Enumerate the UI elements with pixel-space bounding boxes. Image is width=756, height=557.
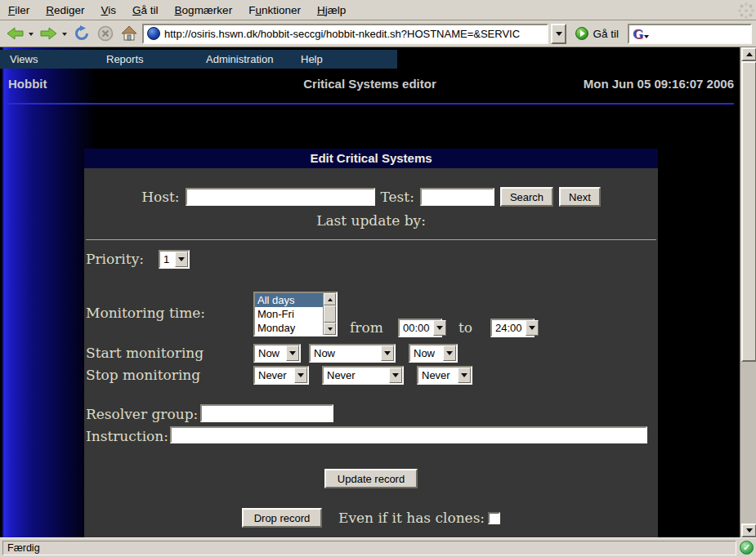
from-label: from [350,319,383,336]
chevron-down-icon[interactable] [458,368,471,383]
chevron-down-icon[interactable] [381,345,394,361]
stop-select-1[interactable]: Never [253,366,309,385]
site-navbar: Views Reports Administration Help [0,50,397,69]
from-time-select[interactable]: 00:00 [398,319,442,337]
stop-monitoring-label: Stop monitoring [86,367,200,383]
site-header: Critical Systems editor Hobbit Mon Jun 0… [0,77,740,93]
nav-administration[interactable]: Administration [206,53,273,65]
header-divider [7,103,734,105]
scroll-down-icon [746,528,753,536]
listbox-scroll-thumb[interactable] [324,305,336,323]
nav-views[interactable]: Views [10,53,38,65]
nav-reports[interactable]: Reports [106,53,144,65]
priority-select[interactable]: 1 [159,250,190,269]
vertical-scrollbar[interactable] [740,47,756,537]
priority-row: Priority: 1 [84,247,658,270]
form-title: Edit Critical Systems [84,149,658,168]
home-button[interactable] [119,23,140,45]
scroll-up-icon[interactable] [324,293,336,305]
chevron-down-icon[interactable] [175,252,188,267]
scroll-down-icon[interactable] [324,323,336,335]
stop-button[interactable] [95,23,116,45]
scroll-up-icon [746,49,753,56]
host-label: Host: [141,189,179,205]
forward-history-dropdown[interactable] [62,33,67,38]
status-message: Færdig [2,541,736,555]
menu-rediger[interactable]: Rediger [38,2,92,19]
chevron-down-icon[interactable] [286,345,299,361]
go-label: Gå til [593,28,619,40]
url-bar[interactable]: http://osiris.hswn.dk/hobbit-seccgi/hobb… [142,24,548,44]
chevron-down-icon [556,32,562,39]
back-button[interactable] [4,23,26,45]
update-row: Update record [84,469,658,488]
listbox-option-monday[interactable]: Monday [255,321,323,335]
drop-record-button[interactable]: Drop record [242,508,322,528]
chevron-down-icon[interactable] [526,320,539,336]
monitoring-time-listbox[interactable]: All days Mon-Fri Monday [253,292,338,336]
menu-funktioner[interactable]: Funktioner [240,2,309,19]
to-label: to [459,319,472,336]
listbox-scrollbar[interactable] [323,293,336,335]
resolver-group-input[interactable] [200,404,333,422]
monitoring-time-label: Monitoring time: [86,305,205,321]
menu-ga-til[interactable]: Gå til [124,2,167,19]
menu-hjaelp[interactable]: Hjælp [309,2,354,19]
chevron-down-icon[interactable] [433,320,446,336]
chevron-down-icon[interactable] [443,345,456,361]
navigation-toolbar: http://osiris.hswn.dk/hobbit-seccgi/hobb… [0,20,756,47]
resolver-group-row: Resolver group: [84,404,658,426]
reload-button[interactable] [71,23,92,45]
test-label: Test: [381,189,414,205]
edit-form: Edit Critical Systems Host: Test: Search… [84,149,658,537]
last-update-row: Last update by: [84,212,658,229]
listbox-option-mon-fri[interactable]: Mon-Fri [255,307,323,321]
go-button[interactable]: Gå til [569,23,625,45]
stop-select-2[interactable]: Never [322,366,404,385]
search-engine-dropdown-icon[interactable] [644,35,649,41]
instruction-input[interactable] [170,426,647,443]
menu-filer[interactable]: Filer [0,2,38,19]
back-history-dropdown[interactable] [29,33,34,38]
drop-row: Drop record Even if it has clones: [84,508,658,529]
clones-checkbox[interactable] [488,512,500,524]
reload-icon [74,25,90,42]
test-input[interactable] [420,188,494,206]
page-viewport: Views Reports Administration Help Critic… [0,47,756,537]
start-select-2[interactable]: Now [309,344,396,363]
status-bar: Færdig [0,537,756,557]
host-input[interactable] [186,188,375,206]
instruction-label: Instruction: [86,428,168,444]
chevron-down-icon[interactable] [389,368,402,383]
search-input[interactable]: G [628,24,752,44]
nav-help[interactable]: Help [301,53,323,65]
menu-bar: Filer Rediger Vis Gå til Bogmærker Funkt… [0,0,756,20]
scrollbar-thumb[interactable] [741,61,756,362]
header-datetime: Mon Jun 05 09:16:07 2006 [584,77,734,91]
start-monitoring-row: Start monitoring Now Now Now [84,344,658,363]
start-select-1[interactable]: Now [253,344,301,363]
throbber-icon [745,9,748,12]
start-select-3[interactable]: Now [409,344,458,363]
chevron-down-icon[interactable] [294,368,307,383]
menu-bogmaerker[interactable]: Bogmærker [167,2,241,19]
forward-icon [40,27,57,40]
search-button[interactable]: Search [500,187,553,207]
to-time-select[interactable]: 24:00 [490,319,535,337]
menu-vis[interactable]: Vis [93,2,125,19]
resolver-group-label: Resolver group: [86,406,198,422]
forward-button[interactable] [38,23,60,45]
url-dropdown-button[interactable] [551,24,566,44]
back-icon [7,27,24,40]
monitoring-time-row: Monitoring time: All days Mon-Fri Monday [84,287,658,344]
site-favicon [147,27,160,40]
update-record-button[interactable]: Update record [324,469,418,488]
scroll-down-button[interactable] [741,524,756,537]
stop-select-3[interactable]: Never [417,366,472,385]
start-monitoring-label: Start monitoring [86,345,204,361]
host-test-row: Host: Test: Search Next [84,186,658,207]
site-logo: Hobbit [8,77,47,91]
listbox-option-all-days[interactable]: All days [255,293,323,307]
next-button[interactable]: Next [559,187,601,207]
scroll-up-button[interactable] [741,47,756,61]
